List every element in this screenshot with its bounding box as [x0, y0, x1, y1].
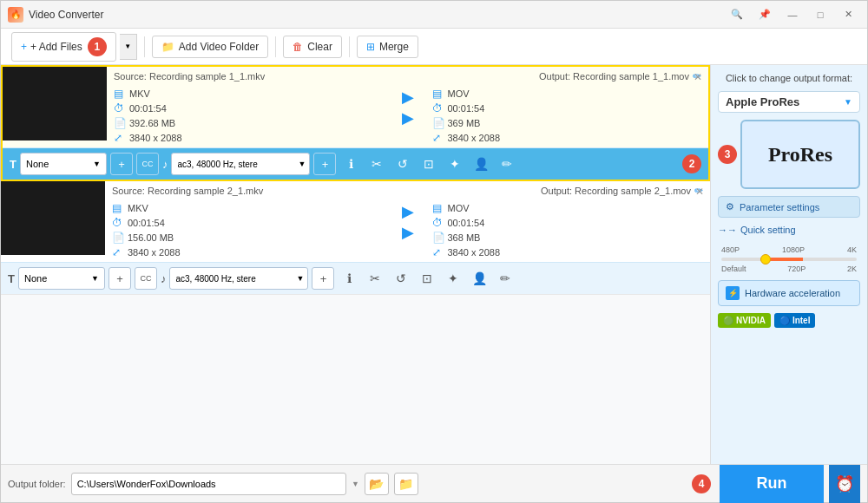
- main-toolbar: + + Add Files 1 ▼ 📁 Add Video Folder 🗑 C…: [1, 29, 867, 65]
- maximize-btn[interactable]: □: [808, 6, 832, 23]
- hardware-acceleration-btn[interactable]: ⚡ Hardware acceleration: [718, 280, 860, 306]
- merge-button[interactable]: ⊞ Merge: [357, 36, 418, 58]
- out-res-icon-1: ⤢: [432, 132, 444, 144]
- subtitle-select-1[interactable]: None ▼: [20, 153, 107, 175]
- close-btn[interactable]: ✕: [836, 6, 860, 23]
- audio-select-1[interactable]: ac3, 48000 Hz, stere ▼: [171, 153, 310, 175]
- out-size-icon-1: 📄: [432, 117, 444, 129]
- run-button[interactable]: Run: [720, 465, 824, 503]
- arrow-icon-2b: ▶: [402, 223, 414, 242]
- quality-label-2k: 2K: [847, 265, 857, 273]
- info-btn-1[interactable]: ℹ: [339, 153, 362, 175]
- output-res-row-2: ⤢ 3840 x 2088: [432, 246, 704, 258]
- info-btn-2[interactable]: ℹ: [338, 267, 360, 290]
- source-size-1: 392.68 MB: [129, 118, 175, 128]
- quality-slider-thumb[interactable]: [760, 254, 771, 265]
- pin-btn[interactable]: 📌: [753, 6, 777, 23]
- add-files-badge: 1: [88, 37, 107, 56]
- subtitle-select-2[interactable]: None ▼: [18, 267, 105, 290]
- quality-slider-container: 480P 1080P 4K Default 720P 2K: [718, 242, 860, 273]
- rotate-btn-2[interactable]: ↺: [390, 267, 412, 290]
- format-icon-2: ▤: [112, 202, 124, 214]
- watermark-btn-1[interactable]: 👤: [470, 153, 492, 175]
- duration-icon-1: ⏱: [114, 102, 126, 114]
- subtitle-edit-btn-1[interactable]: ✏: [496, 153, 518, 175]
- rotate-btn-1[interactable]: ↺: [391, 153, 414, 175]
- main-window: 🔥 Video Converter 🔍 📌 — □ ✕ + + Add File…: [0, 0, 868, 503]
- effect-btn-1[interactable]: ✦: [444, 153, 466, 175]
- bottom-bar: Output folder: ▼ 📂 📁 4 Run ⏰: [1, 464, 867, 502]
- audio-value-2: ac3, 48000 Hz, stere: [175, 274, 255, 284]
- quality-label-1080p: 1080P: [782, 245, 805, 254]
- main-content: Source: Recording sample 1_1.mkv Output:…: [1, 65, 867, 464]
- source-resolution-2: 3840 x 2088: [128, 247, 181, 258]
- alarm-btn[interactable]: ⏰: [829, 465, 860, 503]
- alarm-icon: ⏰: [835, 474, 854, 493]
- cut-btn-1[interactable]: ✂: [365, 153, 388, 175]
- audio-icon-2: ♪: [161, 272, 167, 285]
- format-name: Apple ProRes: [726, 95, 840, 108]
- format-label-row: 3 ProRes: [718, 120, 860, 189]
- out-format-icon-2: ▤: [432, 202, 444, 214]
- file-toolbar-1: T None ▼ + CC ♪ ac3, 48000 Hz, stere ▼ +…: [3, 147, 708, 180]
- add-files-label: + Add Files: [30, 41, 82, 53]
- source-label-1: Source: Recording sample 1_1.mkv: [114, 71, 265, 82]
- subtitle-edit-btn-2[interactable]: ✏: [494, 267, 516, 290]
- subtitle-icon-2: T: [8, 272, 15, 285]
- watermark-btn-2[interactable]: 👤: [468, 267, 490, 290]
- source-duration-1: 00:01:54: [129, 103, 167, 114]
- add-audio-btn-2[interactable]: +: [312, 267, 334, 290]
- parameter-settings-label: Parameter settings: [740, 202, 819, 212]
- merge-label: Merge: [379, 41, 409, 53]
- cut-btn-2[interactable]: ✂: [364, 267, 386, 290]
- add-subtitle-btn-1[interactable]: +: [110, 153, 133, 175]
- intel-badge[interactable]: 🔵 Intel: [774, 313, 816, 328]
- cc-btn-2[interactable]: CC: [135, 267, 157, 290]
- audio-select-2[interactable]: ac3, 48000 Hz, stere ▼: [169, 267, 308, 290]
- crop-btn-2[interactable]: ⊡: [416, 267, 438, 290]
- source-res-row-2: ⤢ 3840 x 2088: [112, 246, 384, 258]
- arrow-icon-2: ▶: [402, 202, 414, 221]
- output-format-row-1: ▤ MOV: [432, 88, 702, 100]
- arrow-icon-1b: ▶: [402, 108, 414, 127]
- output-size-1: 369 MB: [448, 118, 481, 128]
- res-icon-1: ⤢: [114, 132, 126, 144]
- source-duration-2: 00:01:54: [128, 218, 165, 228]
- file-source-row-1: Source: Recording sample 1_1.mkv Output:…: [114, 70, 701, 82]
- minimize-btn[interactable]: —: [780, 6, 805, 23]
- add-files-button[interactable]: + + Add Files 1: [11, 32, 116, 62]
- quality-labels-top: 480P 1080P 4K: [721, 245, 857, 254]
- open-folder-btn[interactable]: 📁: [394, 473, 418, 495]
- separator-1: [144, 36, 145, 57]
- add-files-dropdown[interactable]: ▼: [120, 34, 137, 60]
- cc-btn-1[interactable]: CC: [136, 153, 159, 175]
- output-format-row-2: ▤ MOV: [432, 202, 704, 214]
- clear-button[interactable]: 🗑 Clear: [283, 36, 342, 58]
- add-subtitle-btn-2[interactable]: +: [108, 267, 131, 290]
- effect-btn-2[interactable]: ✦: [442, 267, 464, 290]
- format-selector[interactable]: Apple ProRes ▼: [718, 91, 860, 113]
- quality-label-4k: 4K: [847, 245, 857, 254]
- nvidia-badge[interactable]: 🟢 NVIDIA: [718, 313, 771, 328]
- file-list: Source: Recording sample 1_1.mkv Output:…: [1, 65, 711, 464]
- output-folder-input[interactable]: [71, 473, 346, 495]
- convert-arrow-1: ▶ ▶: [391, 88, 425, 127]
- nvidia-label: NVIDIA: [736, 316, 766, 325]
- add-folder-icon: 📁: [161, 41, 174, 53]
- search-btn[interactable]: 🔍: [725, 6, 749, 23]
- subtitle-dropdown-icon-1: ▼: [93, 160, 101, 168]
- parameter-settings-btn[interactable]: ⚙ Parameter settings: [718, 196, 860, 218]
- remove-file-1-btn[interactable]: ✕: [691, 70, 705, 84]
- output-res-row-1: ⤢ 3840 x 2088: [432, 132, 702, 144]
- quality-slider-track[interactable]: [721, 258, 857, 261]
- quick-setting-arrow-icon: →→: [718, 225, 737, 235]
- add-folder-button[interactable]: 📁 Add Video Folder: [152, 36, 269, 58]
- title-bar-left: 🔥 Video Converter: [8, 7, 104, 23]
- hw-accel-icon: ⚡: [726, 286, 740, 300]
- add-audio-btn-1[interactable]: +: [313, 153, 336, 175]
- browse-folder-btn[interactable]: 📂: [365, 473, 389, 495]
- output-details-2: ▤ MOV ⏱ 00:01:54 📄 368 MB: [432, 202, 704, 258]
- output-details-1: ▤ MOV ⏱ 00:01:54 📄 369 MB: [432, 88, 702, 144]
- crop-btn-1[interactable]: ⊡: [418, 153, 440, 175]
- remove-file-2-btn[interactable]: ✕: [693, 185, 707, 199]
